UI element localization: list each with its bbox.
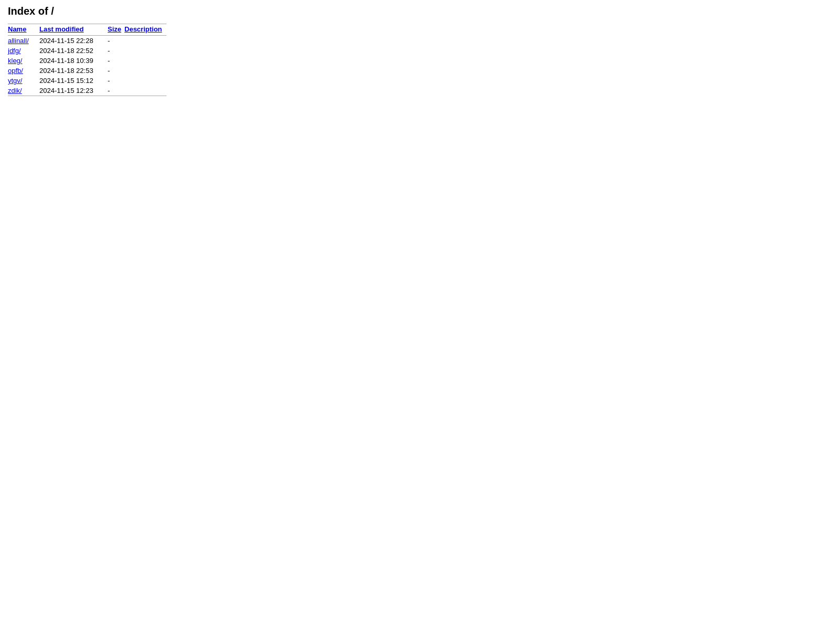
cell-size: -: [108, 66, 124, 76]
cell-last-modified: 2024-11-18 22:52: [39, 46, 108, 56]
col-header-description: Description: [124, 24, 166, 36]
directory-link[interactable]: opfb/: [8, 67, 23, 75]
table-row: allinall/2024-11-15 22:28-: [8, 36, 166, 46]
cell-name: kleg/: [8, 56, 39, 66]
cell-name: zdik/: [8, 86, 39, 96]
cell-size: -: [108, 76, 124, 86]
cell-last-modified: 2024-11-18 22:53: [39, 66, 108, 76]
directory-table: Name Last modified Size Description alli…: [8, 24, 166, 98]
table-footer-row: [8, 96, 166, 99]
table-row: kleg/2024-11-18 10:39-: [8, 56, 166, 66]
table-row: jdfg/2024-11-18 22:52-: [8, 46, 166, 56]
cell-description: [124, 86, 166, 96]
directory-link[interactable]: jdfg/: [8, 47, 21, 55]
cell-last-modified: 2024-11-15 12:23: [39, 86, 108, 96]
col-header-name: Name: [8, 24, 39, 36]
cell-last-modified: 2024-11-18 10:39: [39, 56, 108, 66]
cell-size: -: [108, 86, 124, 96]
col-name-link[interactable]: Name: [8, 25, 26, 33]
directory-link[interactable]: allinall/: [8, 37, 29, 45]
cell-size: -: [108, 36, 124, 46]
cell-name: jdfg/: [8, 46, 39, 56]
cell-description: [124, 36, 166, 46]
cell-description: [124, 76, 166, 86]
cell-description: [124, 66, 166, 76]
directory-link[interactable]: kleg/: [8, 57, 22, 65]
page-title: Index of /: [8, 5, 832, 17]
table-header-row: Name Last modified Size Description: [8, 24, 166, 36]
table-footer-cell: [8, 96, 166, 99]
col-description-link[interactable]: Description: [124, 25, 162, 33]
cell-size: -: [108, 56, 124, 66]
cell-name: ytgv/: [8, 76, 39, 86]
table-row: ytgv/2024-11-15 15:12-: [8, 76, 166, 86]
table-row: opfb/2024-11-18 22:53-: [8, 66, 166, 76]
cell-size: -: [108, 46, 124, 56]
col-header-size: Size: [108, 24, 124, 36]
cell-description: [124, 46, 166, 56]
cell-last-modified: 2024-11-15 15:12: [39, 76, 108, 86]
col-size-link[interactable]: Size: [108, 25, 121, 33]
table-row: zdik/2024-11-15 12:23-: [8, 86, 166, 96]
directory-link[interactable]: ytgv/: [8, 77, 22, 85]
col-header-last-modified: Last modified: [39, 24, 108, 36]
directory-link[interactable]: zdik/: [8, 87, 22, 94]
cell-description: [124, 56, 166, 66]
col-last-modified-link[interactable]: Last modified: [39, 25, 84, 33]
cell-name: allinall/: [8, 36, 39, 46]
cell-name: opfb/: [8, 66, 39, 76]
cell-last-modified: 2024-11-15 22:28: [39, 36, 108, 46]
